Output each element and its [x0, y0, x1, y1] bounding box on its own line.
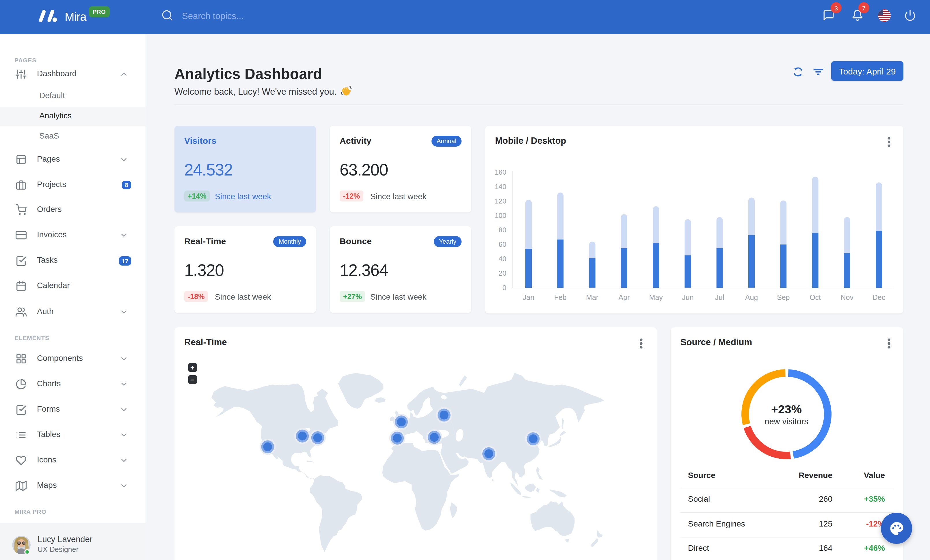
svg-text:Feb: Feb [554, 293, 567, 301]
svg-text:Jan: Jan [523, 293, 534, 301]
svg-text:Oct: Oct [810, 293, 821, 301]
svg-text:Jun: Jun [682, 293, 693, 301]
svg-text:Sep: Sep [777, 293, 790, 301]
svg-text:0: 0 [502, 284, 506, 292]
svg-text:Dec: Dec [873, 293, 885, 301]
svg-text:Nov: Nov [841, 293, 854, 301]
svg-text:60: 60 [499, 241, 506, 248]
svg-text:120: 120 [495, 197, 506, 205]
svg-text:20: 20 [499, 269, 506, 277]
svg-text:160: 160 [495, 168, 506, 176]
svg-text:Jul: Jul [715, 293, 724, 301]
svg-text:100: 100 [495, 212, 506, 219]
svg-text:May: May [649, 293, 663, 301]
svg-text:140: 140 [495, 183, 506, 190]
svg-text:Aug: Aug [745, 293, 758, 301]
svg-text:Mar: Mar [586, 293, 599, 301]
svg-text:40: 40 [499, 255, 506, 263]
svg-text:Apr: Apr [618, 293, 630, 301]
svg-text:80: 80 [499, 226, 506, 234]
